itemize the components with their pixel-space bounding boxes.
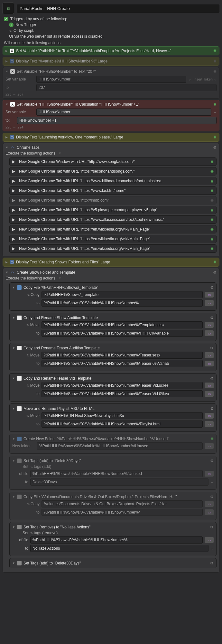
gear-icon[interactable]: ⚙ [213,145,217,150]
action-copy-template[interactable]: ▼Copy File "%PathHHH%/Shows/_Template" ⚙… [9,282,217,311]
variable-name-input[interactable] [36,109,211,116]
disclosure-icon[interactable]: ▼ [12,437,15,440]
gear-icon[interactable]: ⚙ [210,346,214,350]
gear-icon[interactable]: ⚙ [210,561,214,565]
action-set-variable-pathhhh[interactable]: ▶ X Set Variable "PathHHH" to Text "%Var… [3,46,219,55]
disclosure-icon[interactable]: ▶ [5,260,8,264]
path-picker-button[interactable]: ▭ [205,292,214,298]
gear-icon[interactable]: ⚙ [210,376,214,381]
path-picker-button[interactable]: ▭ [205,501,214,507]
chevron-down-icon[interactable]: ⌄ [188,77,191,81]
action-set-variable-207[interactable]: ▼ X Set Variable "HHHShowNumber" to Text… [3,67,219,99]
path-input[interactable] [42,321,203,328]
gear-icon[interactable]: ⚙ [210,525,214,529]
disclosure-icon[interactable]: ▶ [12,217,15,222]
disclosure-icon[interactable]: ▶ [12,246,15,251]
disclosure-icon[interactable]: ▶ [12,169,15,174]
path-input[interactable] [42,390,203,397]
gear-icon[interactable]: ⚙ [210,316,214,320]
path-picker-button[interactable]: ▭ [205,352,214,358]
path-picker-button[interactable]: ▭ [205,300,214,306]
insert-token-button[interactable]: Insert Token ⌄ [193,77,217,81]
chrome-tab-action[interactable]: ▶New Google Chrome Window with URL "http… [9,157,217,166]
variable-value-input[interactable] [17,117,217,124]
disclosure-icon[interactable]: ▶ [12,208,15,212]
path-picker-button[interactable]: ▭ [205,383,214,388]
chevron-down-icon[interactable]: ⌄ [213,110,217,114]
gear-icon[interactable]: ✺ [210,437,214,441]
disclosure-icon[interactable]: ▼ [5,103,8,106]
gear-icon[interactable]: ✺ [210,208,214,213]
path-input[interactable] [42,291,203,298]
chrome-tab-action[interactable]: ▶New Google Chrome Tab with URL "https:/… [9,244,217,253]
dropdown-icon[interactable]: ▼ [59,152,61,155]
tag-input[interactable] [30,478,208,486]
disclosure-icon[interactable]: ▼ [12,407,15,410]
gear-icon[interactable]: ✺ [210,189,214,193]
group-create-show-folder[interactable]: ▼ {} Create Show Folder and Template ⚙ E… [3,268,219,573]
action-copy-rename-teaser[interactable]: ▼Copy and Rename Teaser Audition Templat… [9,343,217,371]
disclosure-icon[interactable]: ▼ [12,346,15,350]
path-picker-button[interactable]: ▭ [205,391,214,397]
path-input[interactable] [30,536,203,544]
action-copy-rename-teaser-vid[interactable]: ▼Copy and Rename Teaser Vid Template ⚙ ⇅… [9,373,217,402]
gear-icon[interactable]: ✺ [210,160,214,164]
disclosure-icon[interactable]: ▶ [12,237,15,241]
gear-icon[interactable]: ✺ [213,59,217,63]
gear-icon[interactable]: ⚙ [210,495,214,499]
gear-icon[interactable]: ✺ [210,227,214,232]
path-input[interactable] [37,442,203,450]
action-set-variable-calc[interactable]: ▼ X Set Variable "HHHShowNumber" To Calc… [3,100,219,131]
path-picker-button[interactable]: ▭ [205,361,214,366]
action-display-launching[interactable]: ▶ ▢ Display Text "Launching workflow. On… [3,133,219,142]
chevron-down-icon[interactable]: ⌄ [210,480,214,484]
gear-icon[interactable]: ⚙ [210,285,214,290]
path-input[interactable] [42,412,203,419]
action-set-tags-add-delete30-2[interactable]: ▼Set Tags (add) to "Delete30Days" ⚙ [9,558,217,568]
path-input[interactable] [42,330,203,337]
chrome-tab-action[interactable]: ▶New Google Chrome Tab with URL "http://… [9,196,217,204]
macro-title-input[interactable] [17,5,219,13]
gear-icon[interactable]: ✺ [213,49,217,53]
disclosure-icon[interactable]: ▶ [12,198,15,203]
gear-icon[interactable]: ✺ [210,169,214,174]
action-move-playlist[interactable]: ▼Move and Rename Playlist M3U to HTML ⚙ … [9,403,217,432]
disclosure-icon[interactable]: ▼ [12,286,15,289]
gear-icon[interactable]: ✺ [210,247,214,251]
disclosure-icon[interactable]: ▼ [5,146,8,149]
chrome-tab-action[interactable]: ▶New Google Chrome Tab with URL "https:/… [9,206,217,214]
path-input[interactable] [42,382,203,389]
gear-icon[interactable]: ✺ [210,218,214,222]
disclosure-icon[interactable]: ▶ [5,60,8,63]
path-input[interactable] [30,470,203,477]
variable-name-input[interactable] [36,76,186,83]
action-copy-rename-audition[interactable]: ▼Copy and Rename Show Audition Template … [9,313,217,341]
path-picker-button[interactable]: ▭ [205,443,214,449]
disclosure-icon[interactable]: ▼ [12,459,15,462]
gear-icon[interactable]: ⚙ [213,270,217,275]
path-picker-button[interactable]: ▭ [205,413,214,419]
action-set-tags-add-delete30[interactable]: ▼Set Tags (add) to "Delete30Days" ⚙ Set⇅… [9,456,217,490]
gear-icon[interactable]: ✺ [213,102,217,107]
gear-icon[interactable]: ✺ [210,179,214,184]
disclosure-icon[interactable]: ▼ [12,316,15,319]
disclosure-icon[interactable]: ▶ [5,136,8,139]
action-display-creating[interactable]: ▶ ▢ Display Text "Creating Show's Folder… [3,258,219,267]
action-display-text-shownum[interactable]: ▶ ▢ Display Text "%Variable%HHHShowNumbe… [3,57,219,66]
path-input[interactable] [42,299,203,307]
tag-input[interactable] [30,545,208,552]
gear-icon[interactable]: ⚙ [210,406,214,411]
action-copy-volumes[interactable]: ▼Copy File "/Volumes/Documents Drive/In … [9,492,217,520]
action-create-folder-unused[interactable]: ▼Create New Folder "%PathHHH%/Shows/0%Va… [9,434,217,454]
dropdown-icon[interactable]: ▼ [59,277,61,280]
disclosure-icon[interactable]: ▶ [12,188,15,193]
disclosure-icon[interactable]: ▶ [12,227,15,232]
path-picker-button[interactable]: ▭ [205,322,214,328]
path-picker-button[interactable]: ▭ [205,421,214,427]
disclosure-icon[interactable]: ▶ [12,179,15,183]
chrome-tab-action[interactable]: ▶New Google Chrome Tab with URL "https:/… [9,177,217,185]
gear-icon[interactable]: ✺ [210,237,214,242]
gear-icon[interactable]: ✺ [210,198,214,203]
gear-icon[interactable]: ✺ [213,260,217,264]
gear-icon[interactable]: ⚙ [210,459,214,463]
